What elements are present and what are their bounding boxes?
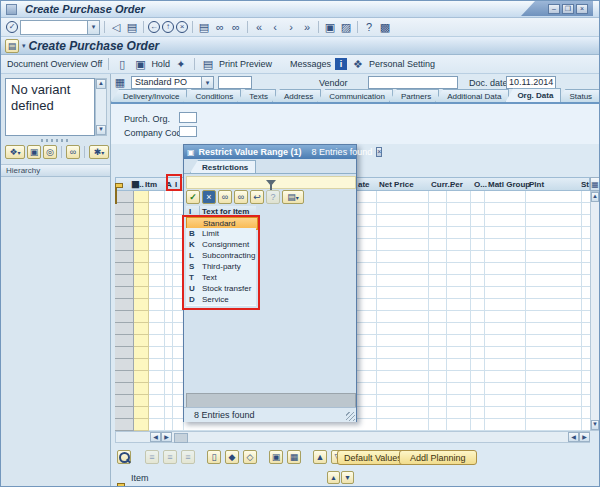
- item-rows-2-icon[interactable]: ≡: [163, 450, 177, 464]
- find-next-icon[interactable]: ∞: [229, 21, 243, 33]
- purch-org-field[interactable]: [179, 112, 197, 123]
- restore-button[interactable]: ❐: [562, 4, 574, 14]
- hierarchy-header[interactable]: Hierarchy: [1, 164, 110, 177]
- next-page-icon[interactable]: ›: [284, 21, 298, 33]
- item-overview-folder-icon[interactable]: [115, 185, 117, 204]
- doc-date-field[interactable]: 10.11.2014: [506, 76, 556, 89]
- help-icon[interactable]: ?: [362, 21, 376, 33]
- variant-menu-icon[interactable]: ❖▾: [5, 145, 25, 159]
- item-rows-1-icon[interactable]: ≡: [145, 450, 159, 464]
- transfer-icon[interactable]: ↩: [250, 190, 264, 204]
- layout-menu-icon[interactable]: ▩: [378, 21, 392, 34]
- resize-grip[interactable]: [346, 412, 355, 421]
- scroll-up-icon[interactable]: ▲: [96, 79, 106, 89]
- dialog-titlebar[interactable]: ▣ Restrict Value Range (1) 8 Entries fou…: [184, 145, 356, 159]
- hscroll-left-icon[interactable]: ◀: [150, 432, 161, 442]
- tab-additional-data[interactable]: Additional Data: [435, 89, 509, 102]
- tab-status[interactable]: Status: [557, 89, 600, 102]
- col-st[interactable]: St: [581, 180, 589, 189]
- cancel-icon[interactable]: ×: [176, 21, 188, 33]
- copy-document-icon[interactable]: ▣: [133, 58, 147, 71]
- item-rows-3-icon[interactable]: ≡: [181, 450, 195, 464]
- back-arrow-icon[interactable]: ◁: [109, 21, 123, 34]
- command-dropdown-icon[interactable]: ▾: [87, 21, 99, 34]
- vendor-field[interactable]: [368, 76, 458, 89]
- sidebar-find-icon[interactable]: ∞: [66, 145, 80, 159]
- row-selector-column[interactable]: [115, 191, 134, 431]
- tab-partners[interactable]: Partners: [389, 89, 439, 102]
- previous-page-icon[interactable]: ‹: [268, 21, 282, 33]
- hscroll-left2-icon[interactable]: ◀: [568, 432, 579, 442]
- new-session-icon[interactable]: ▣: [323, 21, 337, 34]
- list-print-icon[interactable]: ▤▾: [282, 190, 304, 204]
- print-preview-button[interactable]: Print Preview: [219, 59, 272, 69]
- command-field[interactable]: ▾: [20, 20, 100, 35]
- dialog-find-next-icon[interactable]: ∞: [234, 190, 248, 204]
- dialog-close-icon[interactable]: ×: [376, 147, 382, 157]
- col-item[interactable]: Itm: [145, 180, 157, 189]
- tab-conditions[interactable]: Conditions: [183, 89, 241, 102]
- exit-icon[interactable]: ↑: [162, 21, 174, 33]
- table-settings-icon[interactable]: ▦: [590, 177, 600, 191]
- find-icon[interactable]: ∞: [213, 21, 227, 33]
- close-button[interactable]: ×: [576, 4, 588, 14]
- previous-item-icon[interactable]: ▲: [327, 471, 340, 484]
- transaction-menu-icon[interactable]: ▤: [5, 39, 19, 53]
- order-type-dropdown-icon[interactable]: ▾: [201, 77, 213, 88]
- tab-texts[interactable]: Texts: [237, 89, 276, 102]
- messages-button[interactable]: Messages: [290, 59, 331, 69]
- copy-variant-icon[interactable]: ▣: [27, 145, 41, 159]
- col-per[interactable]: Per: [450, 180, 463, 189]
- document-overview-button[interactable]: Document Overview Off: [7, 59, 102, 69]
- company-code-field[interactable]: [179, 126, 197, 137]
- scroll-down-icon[interactable]: ▼: [96, 125, 106, 135]
- row-status-column[interactable]: [134, 191, 149, 431]
- col-status[interactable]: S..: [134, 180, 144, 189]
- dialog-help-icon[interactable]: ?: [266, 190, 280, 204]
- copy-item-icon[interactable]: ▣: [269, 450, 283, 464]
- create-document-icon[interactable]: ▯: [115, 58, 129, 71]
- order-type-combo[interactable]: Standard PO▾: [131, 76, 214, 89]
- create-shortcut-icon[interactable]: ▨: [339, 21, 353, 34]
- variant-scrollbar[interactable]: ▲ ▼: [95, 78, 107, 136]
- hold-lock-icon[interactable]: ✦: [174, 58, 188, 71]
- enter-icon[interactable]: ✓: [6, 21, 18, 33]
- addl-planning-button[interactable]: Addl Planning: [399, 450, 477, 465]
- dialog-find-icon[interactable]: ∞: [218, 190, 232, 204]
- hold-button[interactable]: Hold: [151, 59, 170, 69]
- order-number-field[interactable]: [218, 76, 252, 89]
- restrictions-collapsed-bar[interactable]: [186, 176, 356, 189]
- last-page-icon[interactable]: »: [300, 21, 314, 33]
- accept-icon[interactable]: ✓: [186, 190, 200, 204]
- personal-setting-icon[interactable]: ❖: [351, 58, 365, 71]
- hscroll-thumb[interactable]: [174, 433, 188, 443]
- transaction-menu-dropdown-icon[interactable]: ▾: [22, 42, 26, 50]
- sidebar-config-icon[interactable]: ✱▾: [89, 145, 109, 159]
- vscroll-up-icon[interactable]: ▲: [591, 192, 599, 202]
- tab-address[interactable]: Address: [272, 89, 321, 102]
- col-matl-group[interactable]: Matl Group: [488, 180, 530, 189]
- col-net-price[interactable]: Net Price: [379, 180, 414, 189]
- personal-setting-button[interactable]: Personal Setting: [369, 59, 435, 69]
- shopping-cart-icon[interactable]: ▦: [113, 76, 127, 89]
- table-hscrollbar[interactable]: ◀ ▶ ◀ ▶: [115, 431, 590, 443]
- print-icon[interactable]: ▤: [197, 21, 211, 34]
- tab-org-data[interactable]: Org. Data: [505, 88, 561, 102]
- messages-icon[interactable]: i: [335, 58, 347, 70]
- save-icon[interactable]: ▤: [125, 21, 139, 34]
- lock-item-icon[interactable]: ◆: [225, 450, 239, 464]
- minimize-button[interactable]: –: [548, 4, 560, 14]
- table-vscrollbar[interactable]: ▲ ▼: [590, 191, 600, 431]
- print-preview-icon[interactable]: ▤: [201, 58, 215, 71]
- next-item-icon[interactable]: ▼: [341, 471, 354, 484]
- unlock-item-icon[interactable]: ◇: [243, 450, 257, 464]
- first-page-icon[interactable]: «: [252, 21, 266, 33]
- col-o[interactable]: O...: [474, 180, 487, 189]
- zoom-item-icon[interactable]: [117, 450, 131, 464]
- hscroll-right2-icon[interactable]: ▶: [579, 432, 590, 442]
- tab-communication[interactable]: Communication: [317, 89, 393, 102]
- grid-view-icon[interactable]: ▦: [287, 450, 301, 464]
- vscroll-down-icon[interactable]: ▼: [591, 420, 599, 430]
- tab-delivery-invoice[interactable]: Delivery/Invoice: [111, 89, 187, 102]
- restrictions-tab[interactable]: Restrictions: [190, 160, 256, 173]
